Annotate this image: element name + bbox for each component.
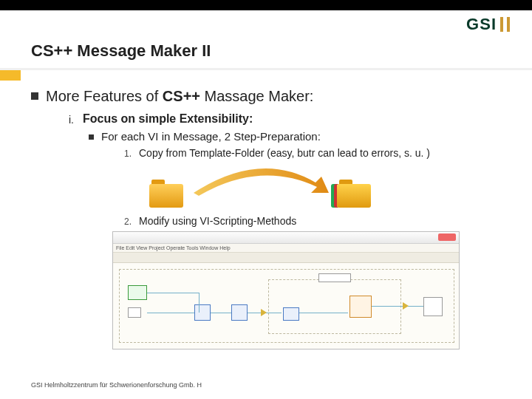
gsi-logo: GSI <box>466 15 510 34</box>
wire <box>199 293 200 313</box>
window-toolbar <box>113 253 459 263</box>
top-black-bar <box>0 0 532 10</box>
close-icon <box>438 233 456 241</box>
accent-block <box>0 70 21 81</box>
step-number: 2. <box>118 216 132 227</box>
content: More Features of CS++ Massage Maker: i. … <box>31 87 510 349</box>
title-divider <box>0 68 532 70</box>
tail: Massage Maker: <box>200 88 313 104</box>
footer-text: GSI Helmholtzzentrum für Schwerionenfors… <box>31 381 202 389</box>
folder-copy-illustration <box>149 163 371 209</box>
vi-node <box>423 297 443 316</box>
folder-dest-icon <box>337 180 371 208</box>
step-text: Copy from Template-Folder (easy, butr ca… <box>139 147 430 159</box>
step-text: Modify using VI-Scripting-Methods <box>139 215 296 227</box>
step-1: 1. Copy from Template-Folder (easy, butr… <box>118 147 510 159</box>
vi-node <box>231 304 248 321</box>
lead: More Features of <box>46 88 163 104</box>
block-diagram-canvas <box>113 263 459 349</box>
structure-node <box>268 279 401 334</box>
page-title: CS++ Message Maker II <box>31 41 211 61</box>
strong-part: CS++ <box>163 88 200 104</box>
wire <box>147 293 199 293</box>
square-bullet-icon <box>89 134 94 140</box>
bullet-level2: i. Focus on simple Extensibility: <box>59 112 510 126</box>
bullet-level1: More Features of CS++ Massage Maker: <box>31 87 510 105</box>
wire <box>372 306 423 307</box>
child-text: For each VI in Message, 2 Step-Preparati… <box>101 130 321 143</box>
wire <box>147 313 194 313</box>
case-selector <box>318 273 351 282</box>
bullet-level3: For each VI in Message, 2 Step-Preparati… <box>89 130 510 143</box>
folder-source-icon <box>149 180 183 208</box>
bullet-text: More Features of CS++ Massage Maker: <box>46 87 313 105</box>
vi-node <box>194 304 211 321</box>
logo-text: GSI <box>466 15 497 34</box>
logo-bar-icon <box>500 17 503 32</box>
window-titlebar <box>113 232 459 244</box>
step-number: 1. <box>118 149 132 159</box>
wire <box>299 313 348 313</box>
labview-block-diagram-screenshot: File Edit View Project Operate Tools Win… <box>112 231 460 349</box>
wire <box>211 313 231 313</box>
vi-node <box>128 307 141 318</box>
roman-numeral: i. <box>59 114 74 126</box>
slide: GSI CS++ Message Maker II More Features … <box>0 0 532 399</box>
vi-node <box>128 285 147 300</box>
sub-text: Focus on simple Extensibility: <box>83 112 253 126</box>
step-2: 2. Modify using VI-Scripting-Methods <box>118 215 510 227</box>
arrow-icon <box>190 163 330 199</box>
tunnel-icon <box>261 309 267 316</box>
logo-bar-icon <box>507 17 510 32</box>
vi-node <box>349 296 372 318</box>
window-menubar: File Edit View Project Operate Tools Win… <box>113 244 459 253</box>
tunnel-icon <box>403 302 409 310</box>
vi-node <box>283 307 299 321</box>
square-bullet-icon <box>31 92 38 100</box>
